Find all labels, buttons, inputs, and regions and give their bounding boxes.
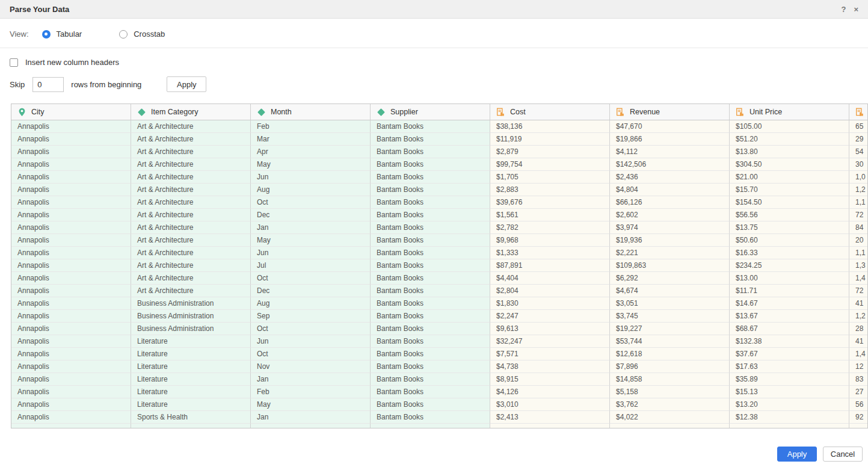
column-header-cost[interactable]: Cost (490, 104, 610, 120)
table-cell: $2,413 (490, 411, 610, 424)
table-row: AnnapolisArt & ArchitectureFebBantam Boo… (11, 120, 868, 133)
table-cell (730, 424, 849, 428)
table-cell: 1,2 (849, 310, 868, 323)
column-header-city[interactable]: City (11, 104, 131, 120)
apply-button[interactable]: Apply (777, 447, 817, 462)
table-cell: Feb (251, 120, 371, 133)
column-header-unit-price[interactable]: Unit Price (730, 104, 849, 120)
radio-option-tabular[interactable]: Tabular (42, 29, 82, 39)
table-cell: 1,4 (849, 348, 868, 360)
table-row: AnnapolisLiteratureJunBantam Books$32,24… (11, 335, 868, 348)
table-cell: Literature (131, 348, 251, 360)
skip-label: Skip (10, 80, 25, 89)
table-cell (11, 424, 131, 428)
dialog-titlebar: Parse Your Data ? × (0, 0, 868, 19)
skip-suffix-label: rows from beginning (71, 80, 141, 89)
diamond-icon (377, 108, 385, 116)
table-row: AnnapolisArt & ArchitectureOctBantam Boo… (11, 272, 868, 285)
table-row: AnnapolisBusiness AdministrationOctBanta… (11, 323, 868, 335)
map-pin-icon (18, 108, 26, 117)
skip-rows-input[interactable] (32, 77, 64, 92)
table-cell: $7,571 (490, 348, 610, 360)
table-cell (371, 424, 490, 428)
table-cell: Bantam Books (371, 297, 490, 310)
cancel-button[interactable]: Cancel (823, 447, 863, 462)
table-cell: $142,506 (610, 158, 730, 171)
table-cell: Nov (251, 360, 371, 373)
table-cell: Annapolis (11, 158, 131, 171)
table-row: AnnapolisArt & ArchitectureDecBantam Boo… (11, 285, 868, 297)
radio-tabular-icon[interactable] (42, 30, 51, 39)
table-cell: Annapolis (11, 133, 131, 146)
table-cell: $16.33 (730, 247, 849, 259)
table-cell: Annapolis (11, 310, 131, 323)
table-cell: Jan (251, 221, 371, 234)
table-cell: 54 (849, 146, 868, 158)
table-cell: $2,221 (610, 247, 730, 259)
column-header-label: Cost (510, 108, 526, 116)
column-header-clipped[interactable] (849, 104, 868, 120)
table-cell: Bantam Books (371, 196, 490, 209)
table-cell: Bantam Books (371, 171, 490, 184)
table-cell: Bantam Books (371, 184, 490, 196)
table-cell: $4,738 (490, 360, 610, 373)
table-row: AnnapolisLiteratureJanBantam Books$8,915… (11, 373, 868, 386)
table-cell: Annapolis (11, 120, 131, 133)
table-cell: Sep (251, 310, 371, 323)
table-cell: Jun (251, 335, 371, 348)
table-cell: Bantam Books (371, 209, 490, 221)
table-cell: $14.67 (730, 297, 849, 310)
radio-option-crosstab[interactable]: Crosstab (119, 29, 165, 39)
table-cell: $14,858 (610, 373, 730, 386)
table-cell: $37.67 (730, 348, 849, 360)
table-cell: 28 (849, 323, 868, 335)
table-cell: Art & Architecture (131, 221, 251, 234)
table-cell: $13.20 (730, 398, 849, 411)
help-icon[interactable]: ? (841, 5, 846, 13)
table-cell: Business Administration (131, 310, 251, 323)
data-preview-table: City Item Category Month Supplier Cost R… (11, 104, 868, 428)
close-icon[interactable]: × (854, 5, 858, 13)
table-cell: Sports & Health (131, 411, 251, 424)
table-cell: Annapolis (11, 398, 131, 411)
table-cell: $154.50 (730, 196, 849, 209)
table-cell: Literature (131, 335, 251, 348)
skip-apply-button[interactable]: Apply (167, 76, 206, 92)
table-cell: Literature (131, 373, 251, 386)
column-header-month[interactable]: Month (251, 104, 371, 120)
table-cell: $19,866 (610, 133, 730, 146)
table-cell: $1,830 (490, 297, 610, 310)
column-header-item-category[interactable]: Item Category (131, 104, 251, 120)
radio-crosstab-icon[interactable] (119, 30, 128, 39)
column-header-supplier[interactable]: Supplier (371, 104, 490, 120)
table-cell: Bantam Books (371, 386, 490, 398)
column-header-label: City (31, 108, 45, 116)
table-cell: $12,618 (610, 348, 730, 360)
table-row: AnnapolisArt & ArchitectureAugBantam Boo… (11, 184, 868, 196)
table-cell: Literature (131, 360, 251, 373)
table-cell: Annapolis (11, 234, 131, 247)
table-cell (610, 424, 730, 428)
table-cell: Art & Architecture (131, 171, 251, 184)
table-cell: $2,879 (490, 146, 610, 158)
table-cell: 65 (849, 120, 868, 133)
table-cell: Annapolis (11, 360, 131, 373)
table-body: AnnapolisArt & ArchitectureFebBantam Boo… (11, 120, 867, 428)
table-row: AnnapolisArt & ArchitectureMayBantam Boo… (11, 234, 868, 247)
table-cell: $3,762 (610, 398, 730, 411)
insert-headers-checkbox[interactable] (10, 58, 18, 67)
view-selector: View: Tabular Crosstab (10, 29, 202, 39)
table-cell: Jan (251, 411, 371, 424)
table-cell: Aug (251, 297, 371, 310)
column-header-revenue[interactable]: Revenue (610, 104, 730, 120)
table-cell: $3,974 (610, 221, 730, 234)
table-cell: 1,4 (849, 272, 868, 285)
table-cell (490, 424, 610, 428)
view-label: View: (10, 29, 29, 39)
table-cell: 41 (849, 335, 868, 348)
table-cell: $32,247 (490, 335, 610, 348)
insert-headers-label: Insert new column headers (25, 58, 119, 67)
table-row: AnnapolisSports & HealthJanBantam Books$… (11, 411, 868, 424)
table-cell: $132.38 (730, 335, 849, 348)
table-row: AnnapolisBusiness AdministrationSepBanta… (11, 310, 868, 323)
